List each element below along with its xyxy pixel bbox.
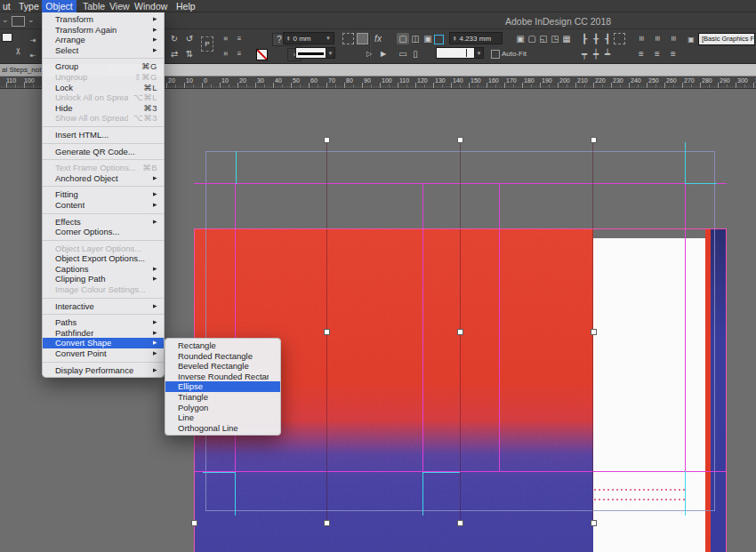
- document-page[interactable]: [593, 238, 705, 552]
- stepper-arrows-icon[interactable]: ▲▼: [453, 36, 456, 42]
- menu-item-clipping-path[interactable]: Clipping Path▶: [43, 274, 164, 284]
- view-options-icon[interactable]: [12, 16, 25, 27]
- effects-fx-icon[interactable]: fx: [372, 33, 384, 44]
- object-style-icon[interactable]: ▣: [685, 34, 697, 45]
- scissors-icon[interactable]: ✂: [12, 45, 24, 58]
- menu-type[interactable]: Type: [19, 0, 39, 12]
- align-right-icon[interactable]: ┨: [601, 33, 614, 44]
- menu-item-orthogonal-line[interactable]: Orthogonal Line: [165, 423, 280, 434]
- menu-view[interactable]: View: [109, 0, 130, 12]
- chevron-down-icon[interactable]: ▼: [326, 36, 331, 41]
- frame-fitting-icon[interactable]: [434, 35, 444, 44]
- distribute-center-v-icon[interactable]: ≡: [652, 33, 664, 45]
- menu-item-transform-again[interactable]: Transform Again▶: [43, 25, 164, 36]
- menu-item-content[interactable]: Content▶: [43, 200, 164, 211]
- auto-fit-checkbox[interactable]: [491, 50, 500, 59]
- menu-item-arrange[interactable]: Arrange▶: [43, 35, 164, 45]
- flip-vertical-icon[interactable]: ⇅: [183, 48, 196, 60]
- wrap-shape-icon[interactable]: ▣: [422, 33, 434, 44]
- menu-item-convert-point[interactable]: Convert Point▶: [43, 348, 164, 359]
- wrap-bounding-icon[interactable]: ◫: [409, 33, 422, 44]
- effect-preview-dropdown[interactable]: [436, 47, 475, 59]
- menu-help[interactable]: Help: [176, 0, 196, 12]
- wrap-column-icon[interactable]: ▯: [409, 48, 422, 60]
- wrap-jump-icon[interactable]: ▭: [397, 48, 409, 60]
- menu-item-triangle[interactable]: Triangle: [165, 392, 280, 403]
- frame-filled-icon[interactable]: [357, 33, 368, 44]
- distribute-bottom-icon[interactable]: ≡: [668, 33, 680, 45]
- distribute-v-icon[interactable]: ≡: [220, 33, 231, 45]
- menu-table[interactable]: Table: [83, 0, 105, 12]
- distribute-left-icon[interactable]: ≡: [635, 48, 647, 60]
- align-bottom-icon[interactable]: ┷: [601, 48, 614, 60]
- selection-handle[interactable]: [324, 137, 330, 143]
- selection-handle[interactable]: [324, 520, 330, 526]
- stepper-arrows-icon[interactable]: ▲▼: [286, 36, 290, 42]
- align-center-h-icon[interactable]: ╂: [590, 33, 602, 44]
- center-content-icon[interactable]: ▦: [560, 33, 573, 44]
- distribute-top-icon[interactable]: ≡: [636, 33, 647, 45]
- align-center-v-icon[interactable]: ┿: [590, 48, 602, 60]
- import-icon[interactable]: ⇤: [27, 50, 39, 61]
- menu-item-beveled-rectangle[interactable]: Beveled Rectangle: [165, 361, 280, 372]
- menu-item-interactive[interactable]: Interactive▶: [43, 301, 164, 312]
- distribute-center-h-icon[interactable]: ≡: [651, 48, 664, 60]
- menu-item-ellipse[interactable]: Ellipse: [165, 381, 280, 392]
- offset-x-field[interactable]: ▲▼ 0 mm ▼: [283, 32, 334, 44]
- selection-handle[interactable]: [457, 520, 463, 526]
- menu-item-corner-options[interactable]: Corner Options...: [43, 227, 164, 237]
- stroke-style-preview[interactable]: [295, 47, 326, 59]
- flip-horizontal-icon[interactable]: ⇄: [168, 48, 181, 60]
- align-to-selection-icon[interactable]: [614, 33, 625, 44]
- selection-handle[interactable]: [591, 329, 597, 335]
- distribute-right-icon[interactable]: ≡: [667, 48, 680, 60]
- menu-layout-partial[interactable]: ut: [3, 0, 11, 12]
- menu-item-pathfinder[interactable]: Pathfinder▶: [43, 328, 164, 339]
- selection-handle[interactable]: [191, 520, 197, 526]
- chevron-down-icon[interactable]: ⌄: [2, 15, 9, 24]
- space-v-icon[interactable]: ≡: [220, 48, 231, 60]
- offset-y-field[interactable]: ▲▼ 4.233 mm: [449, 32, 503, 44]
- fill-swatch[interactable]: [2, 33, 12, 42]
- menu-item-hide[interactable]: Hide⌘3: [43, 103, 164, 114]
- menu-item-group[interactable]: Group⌘G: [43, 61, 164, 72]
- space-h-icon[interactable]: ≡: [233, 48, 245, 60]
- menu-object[interactable]: Object: [42, 0, 76, 12]
- align-left-icon[interactable]: ┠: [578, 33, 591, 44]
- menu-item-captions[interactable]: Captions▶: [43, 264, 164, 275]
- fit-content-proportionally-icon[interactable]: ▢: [526, 33, 538, 44]
- menu-item-rectangle[interactable]: Rectangle: [165, 340, 280, 351]
- rotate-cw-icon[interactable]: ↻: [168, 33, 181, 44]
- menu-item-object-export-options[interactable]: Object Export Options...: [43, 253, 164, 264]
- wrap-none-icon[interactable]: ▢: [397, 33, 409, 44]
- menu-item-generate-qr-code[interactable]: Generate QR Code...: [43, 147, 164, 157]
- align-top-icon[interactable]: ┯: [578, 48, 591, 60]
- selection-handle[interactable]: [591, 520, 597, 526]
- menu-item-anchored-object[interactable]: Anchored Object▶: [43, 173, 164, 184]
- reference-point-proxy[interactable]: P: [201, 36, 213, 52]
- frame-dashed-icon[interactable]: [342, 33, 354, 44]
- fit-frame-to-content-icon[interactable]: ◳: [549, 33, 561, 44]
- selection-handle[interactable]: [591, 137, 597, 143]
- selection-handle[interactable]: [457, 137, 463, 143]
- menu-item-display-performance[interactable]: Display Performance▶: [43, 365, 164, 376]
- menu-item-select[interactable]: Select▶: [43, 45, 164, 56]
- menu-item-transform[interactable]: Transform▶: [43, 14, 164, 25]
- selection-handle[interactable]: [324, 329, 330, 335]
- effect-dropdown-chevron[interactable]: ▼: [474, 47, 484, 59]
- fill-frame-proportionally-icon[interactable]: ▣: [514, 33, 527, 44]
- menu-item-line[interactable]: Line: [165, 412, 280, 423]
- fit-content-to-frame-icon[interactable]: ◱: [537, 33, 550, 44]
- menu-item-rounded-rectangle[interactable]: Rounded Rectangle: [165, 351, 280, 362]
- chevron-down-icon[interactable]: ⌄: [28, 15, 35, 24]
- menu-item-convert-shape[interactable]: Convert Shape▶: [43, 338, 164, 348]
- menu-item-effects[interactable]: Effects▶: [43, 217, 164, 228]
- distribute-h-icon[interactable]: ≡: [233, 33, 245, 44]
- menu-item-paths[interactable]: Paths▶: [43, 317, 164, 328]
- stroke-style-dropdown[interactable]: ▼: [326, 47, 335, 59]
- select-container-icon[interactable]: ▷: [363, 48, 375, 60]
- menu-window[interactable]: Window: [134, 0, 167, 12]
- rotate-ccw-icon[interactable]: ↺: [183, 33, 196, 44]
- menu-item-insert-html[interactable]: Insert HTML...: [43, 130, 164, 140]
- menu-item-polygon[interactable]: Polygon: [165, 403, 280, 413]
